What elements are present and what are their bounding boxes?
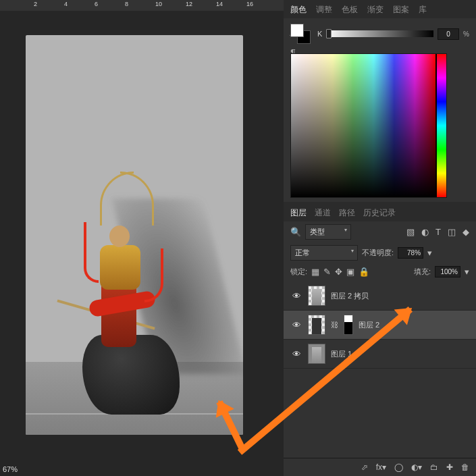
group-icon[interactable]: 🗀 xyxy=(430,462,438,472)
k-label: K xyxy=(317,30,322,38)
link-mask-icon[interactable]: ⛓ xyxy=(331,321,338,329)
layer-filter-type[interactable]: 类型 xyxy=(305,224,351,240)
filter-shape-icon[interactable]: ◫ xyxy=(448,227,456,237)
lock-label: 锁定: xyxy=(290,267,307,277)
ruler-tick: 6 xyxy=(95,1,98,7)
ruler-tick: 8 xyxy=(125,1,128,7)
filter-smart-icon[interactable]: ◆ xyxy=(462,227,469,237)
lock-all-icon[interactable]: 🔒 xyxy=(359,267,369,277)
layer-label[interactable]: 图层 2 拷贝 xyxy=(331,291,369,301)
fg-bg-swatches[interactable] xyxy=(290,24,311,44)
tab-layers[interactable]: 图层 xyxy=(290,207,307,219)
delete-layer-icon[interactable]: 🗑 xyxy=(461,462,469,472)
layer-list: 👁 图层 2 拷贝 👁 ⛓ 图层 2 👁 图层 1 xyxy=(284,280,476,370)
tab-swatch[interactable]: 色板 xyxy=(342,4,358,16)
layer-row[interactable]: 👁 图层 1 xyxy=(284,340,476,369)
adjustment-icon[interactable]: ◐▾ xyxy=(411,462,422,472)
k-unit: % xyxy=(463,30,469,38)
ruler-tick: 2 xyxy=(34,1,37,7)
hue-strip[interactable] xyxy=(437,54,446,197)
visibility-toggle[interactable]: 👁 xyxy=(290,291,302,301)
layer-thumb[interactable] xyxy=(308,315,325,335)
tab-channels[interactable]: 通道 xyxy=(315,207,331,219)
filter-type-icon[interactable]: T xyxy=(435,227,441,237)
tab-color[interactable]: 颜色 xyxy=(290,4,307,16)
tab-paths[interactable]: 路径 xyxy=(339,207,355,219)
layer-bottom-bar: ⬀ fx▾ ◯ ◐▾ 🗀 ✚ 🗑 xyxy=(284,458,476,476)
visibility-toggle[interactable]: 👁 xyxy=(290,349,302,359)
lock-artboard-icon[interactable]: ▣ xyxy=(346,267,354,277)
layer-row[interactable]: 👁 图层 2 拷贝 xyxy=(284,282,476,311)
link-layers-icon[interactable]: ⬀ xyxy=(361,462,368,472)
layer-label[interactable]: 图层 2 xyxy=(359,320,379,330)
lock-pixels-icon[interactable]: ▦ xyxy=(311,267,319,277)
ruler-tick: 14 xyxy=(216,1,223,7)
tab-pattern[interactable]: 图案 xyxy=(393,4,409,16)
figure xyxy=(80,161,161,347)
tab-adjust[interactable]: 调整 xyxy=(316,4,332,16)
color-picker[interactable] xyxy=(290,53,447,198)
fx-icon[interactable]: fx▾ xyxy=(376,462,386,472)
search-icon[interactable]: 🔍 xyxy=(290,227,301,237)
ruler-tick: 12 xyxy=(186,1,192,7)
tab-gradient[interactable]: 渐变 xyxy=(367,4,384,16)
layer-thumb[interactable] xyxy=(308,344,325,364)
opacity-label: 不透明度: xyxy=(362,248,394,258)
ruler-tick: 4 xyxy=(64,1,68,7)
lock-position-icon[interactable]: ✥ xyxy=(335,267,342,277)
ruler-tick: 10 xyxy=(155,1,162,7)
fill-dropdown-icon[interactable]: ▾ xyxy=(465,267,469,277)
document-canvas[interactable] xyxy=(26,35,243,435)
ruler-tick: 16 xyxy=(246,1,253,7)
tab-history[interactable]: 历史记录 xyxy=(363,207,396,219)
filter-adjust-icon[interactable]: ◐ xyxy=(421,227,429,237)
layer-panel-tabs: 图层 通道 路径 历史记录 xyxy=(284,202,476,221)
k-value-input[interactable] xyxy=(438,28,459,40)
new-layer-icon[interactable]: ✚ xyxy=(446,462,453,472)
layer-mask-thumb[interactable] xyxy=(344,315,353,335)
visibility-toggle[interactable]: 👁 xyxy=(290,320,302,330)
color-panel-tabs: 颜色 调整 色板 渐变 图案 库 xyxy=(284,0,476,18)
ruler-horizontal[interactable]: 2 4 6 8 10 12 14 16 xyxy=(0,0,284,11)
filter-image-icon[interactable]: ▧ xyxy=(406,227,415,237)
add-mask-icon[interactable]: ◯ xyxy=(394,462,403,472)
k-slider[interactable] xyxy=(326,30,433,37)
fill-input[interactable] xyxy=(435,266,460,277)
lock-brush-icon[interactable]: ✎ xyxy=(323,267,331,277)
layer-thumb[interactable] xyxy=(308,286,325,306)
opacity-input[interactable] xyxy=(398,247,423,259)
canvas-area[interactable]: 2 4 6 8 10 12 14 16 67% xyxy=(0,0,284,476)
tab-library[interactable]: 库 xyxy=(419,4,427,16)
fill-label: 填充: xyxy=(414,267,431,277)
zoom-level[interactable]: 67% xyxy=(3,465,18,473)
opacity-dropdown-icon[interactable]: ▾ xyxy=(427,248,432,258)
blend-mode-select[interactable]: 正常 xyxy=(290,245,358,261)
fg-color-swatch[interactable] xyxy=(290,24,304,37)
